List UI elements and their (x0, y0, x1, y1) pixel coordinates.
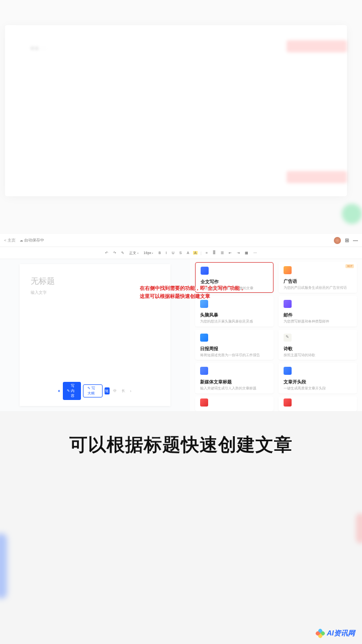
back-button[interactable]: < 主页 (4, 237, 16, 243)
hot-badge: HOT (345, 264, 354, 268)
watermark-logo-icon (316, 629, 325, 638)
bg-blob-left (0, 533, 7, 599)
video-caption: 可以根据标题快速创建文章 (0, 433, 362, 457)
poem-icon (284, 334, 292, 342)
paragraph-style-select[interactable]: 正文 (128, 251, 139, 256)
document-icon (201, 267, 209, 275)
text-color-button[interactable]: A (186, 251, 191, 255)
card-extra-2[interactable] (279, 396, 357, 411)
card-email[interactable]: 邮件 为您撰写标题和各种类型邮件 (279, 296, 357, 327)
undo-button[interactable]: ↶ (104, 251, 109, 255)
card-opening[interactable]: 文章开头段 一键生成高质量文章开头段 (279, 363, 357, 393)
brainstorm-icon (200, 300, 208, 308)
card-extra-1[interactable] (195, 396, 274, 411)
table-button[interactable]: ▦ (244, 251, 249, 255)
red-icon (284, 398, 292, 407)
font-size-select[interactable]: 16px (143, 251, 155, 255)
templates-side-panel: 全文写作 根据标题快速创建一篇完整的文章 HOT 广告语 为您的产品或服务生成创… (190, 259, 362, 411)
mail-icon (284, 300, 292, 308)
save-status: ☁ 自动保存中 (20, 237, 44, 243)
length-short-button[interactable]: 短 (105, 387, 110, 394)
more-button[interactable]: ⋯ (252, 251, 258, 255)
underline-button[interactable]: U (171, 251, 175, 255)
indent-button[interactable]: ⇥ (236, 251, 241, 255)
report-icon (200, 334, 208, 342)
opening-icon (284, 367, 292, 375)
next-arrow-icon[interactable]: › (129, 389, 133, 393)
user-avatar[interactable] (334, 237, 341, 244)
red-annotation-text: 在右侧中找到需要的功能，即"全文写作"功能， 这里可以根据标题快速创建文章 (140, 284, 245, 300)
write-content-button[interactable]: ✎ 写内容 (63, 382, 81, 400)
cloud-icon: ☁ (20, 238, 23, 243)
workarea: 无标题 输入文字 ✦ ✎ 写内容 ✎ 写大纲 短 中 长 › 全文写作 根据标题… (0, 259, 362, 411)
bg-blob-right (356, 513, 362, 543)
app-window: < 主页 ☁ 自动保存中 ⊞ — ↶ ↷ ✎ 正文 16px B I U S A… (0, 234, 362, 411)
apps-grid-icon[interactable]: ⊞ (345, 237, 349, 243)
card-poem[interactable]: 诗歌 按照主题写诗的诗歌 (279, 330, 357, 360)
blurred-background: 模板 · · · (0, 0, 362, 234)
highlight-button[interactable]: A (193, 251, 198, 255)
italic-button[interactable]: I (165, 251, 168, 255)
watermark: AI资讯网 (316, 629, 355, 638)
red-icon (200, 398, 208, 407)
format-painter-button[interactable]: ✎ (120, 251, 125, 255)
minimize-icon[interactable]: — (353, 237, 358, 243)
editor-toolbar: ↶ ↷ ✎ 正文 16px B I U S A A | ≡ ≣ ☰ ⇤ ⇥ ▦ … (0, 247, 362, 259)
window-topbar: < 主页 ☁ 自动保存中 ⊞ — (0, 234, 362, 247)
card-ad-slogan[interactable]: HOT 广告语 为您的产品或服务生成创意的广告宣传语 (279, 262, 357, 293)
media-icon (200, 367, 208, 375)
document-panel: 无标题 输入文字 ✦ ✎ 写内容 ✎ 写大纲 短 中 长 › (0, 259, 190, 411)
unordered-list-button[interactable]: ☰ (220, 251, 225, 255)
card-report[interactable]: 日报周报 将简短描述完善为一份详尽的工作报告 (195, 330, 274, 360)
length-mid-button[interactable]: 中 (112, 388, 118, 393)
outdent-button[interactable]: ⇤ (228, 251, 233, 255)
strike-button[interactable]: S (178, 251, 183, 255)
ad-icon (284, 266, 292, 274)
ordered-list-button[interactable]: ≣ (212, 251, 217, 255)
redo-button[interactable]: ↷ (112, 251, 117, 255)
length-long-button[interactable]: 长 (120, 388, 127, 393)
align-button[interactable]: ≡ (205, 251, 209, 255)
card-media-title[interactable]: 新媒体文章标题 输入关键词生成引人入胜的文章标题 (195, 363, 274, 393)
write-outline-button[interactable]: ✎ 写大纲 (83, 384, 102, 397)
ai-star-icon: ✦ (57, 389, 61, 393)
bold-button[interactable]: B (157, 251, 162, 255)
ai-action-bar: ✦ ✎ 写内容 ✎ 写大纲 短 中 长 › (57, 382, 133, 400)
